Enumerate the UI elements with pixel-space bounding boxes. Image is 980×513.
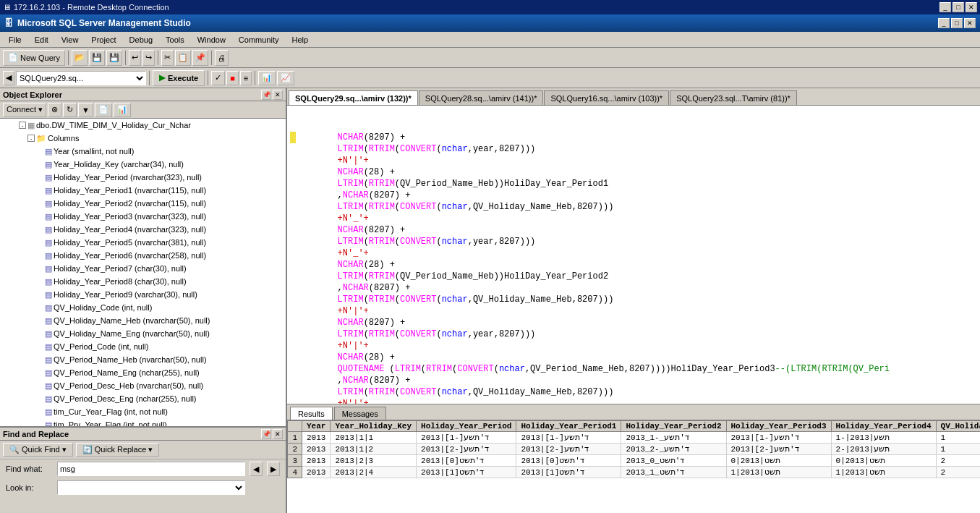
- menu-help[interactable]: Help: [286, 34, 314, 46]
- toolbar-separator-4: [211, 51, 212, 65]
- tree-item[interactable]: ▤Holiday_Year_Period2 (nvarchar(115), nu…: [0, 197, 286, 210]
- column-header: Year: [302, 421, 331, 432]
- new-query-button[interactable]: 📄 New Query: [3, 50, 65, 66]
- maximize-button[interactable]: □: [953, 2, 964, 12]
- code-line: LTRIM(RTRIM(CONVERT(nchar,year,8207))): [290, 328, 980, 340]
- messages-tab[interactable]: Messages: [334, 407, 386, 420]
- copy-button[interactable]: 📋: [175, 50, 191, 66]
- tree-item[interactable]: ▤Holiday_Year_Period4 (nvarchar(323), nu…: [0, 223, 286, 236]
- code-line: NCHAR(28) +: [290, 166, 980, 178]
- tab-2[interactable]: SQLQuery16.sq...\amirv (103))*: [544, 90, 669, 105]
- tree-item[interactable]: ▤Holiday_Year_Period7 (char(30), null): [0, 262, 286, 275]
- quick-find-tab[interactable]: 🔍 Quick Find ▾: [3, 443, 73, 457]
- stop-button[interactable]: ■: [226, 71, 239, 85]
- explorer-close-button[interactable]: ✕: [273, 90, 283, 100]
- redo-button[interactable]: ↪: [142, 50, 155, 66]
- connect-button[interactable]: Connect ▾: [3, 103, 46, 117]
- menu-project[interactable]: Project: [85, 34, 122, 46]
- print-button[interactable]: 🖨: [215, 50, 229, 66]
- menu-edit[interactable]: Edit: [29, 34, 54, 46]
- database-dropdown[interactable]: SQLQuery29.sq...: [16, 71, 146, 85]
- cut-button[interactable]: ✂: [161, 50, 174, 66]
- explorer-toolbar: Connect ▾ ⊗ ↻ ▼ 📄 📊: [0, 101, 286, 119]
- tree-item[interactable]: ▤Holiday_Year_Period8 (char(30), null): [0, 275, 286, 288]
- menu-tools[interactable]: Tools: [160, 34, 190, 46]
- refresh-button[interactable]: ↻: [63, 103, 77, 117]
- tab-1[interactable]: SQLQuery28.sq...\amirv (141))*: [419, 90, 544, 105]
- tree-item[interactable]: -📁Columns: [0, 132, 286, 145]
- explorer-pin-button[interactable]: 📌: [261, 90, 271, 100]
- table-cell: 2013|1|2: [331, 444, 417, 455]
- tree-item[interactable]: ▤QV_Holiday_Name_Heb (nvarchar(50), null…: [0, 314, 286, 327]
- menu-view[interactable]: View: [56, 34, 85, 46]
- menu-debug[interactable]: Debug: [124, 34, 158, 46]
- results-tab[interactable]: Results: [290, 407, 333, 420]
- column-header: Holiday_Year_Period3: [726, 421, 831, 432]
- find-what-input[interactable]: [57, 462, 245, 476]
- results-to-button[interactable]: ≡: [240, 71, 252, 85]
- code-editor[interactable]: NCHAR(8207) + LTRIM(RTRIM(CONVERT(nchar,…: [287, 106, 980, 404]
- tree-item[interactable]: ▤Year (smallint, not null): [0, 145, 286, 158]
- quick-replace-tab[interactable]: 🔄 Quick Replace ▾: [76, 443, 160, 457]
- code-line: NCHAR(8207) +: [290, 224, 980, 236]
- results-grid[interactable]: YearYear_Holiday_KeyHoliday_Year_PeriodH…: [287, 420, 980, 513]
- tree-item[interactable]: ▤tim_Cur_Year_Flag (int, not null): [0, 405, 286, 418]
- find-prev-button[interactable]: ◀: [250, 462, 263, 476]
- code-line: LTRIM(RTRIM(CONVERT(nchar,year,8207))): [290, 143, 980, 155]
- minimize-button[interactable]: _: [939, 2, 951, 12]
- undo-button[interactable]: ↩: [129, 50, 141, 66]
- table-cell: 0|2013|תשט: [726, 455, 831, 467]
- app-minimize-button[interactable]: _: [938, 18, 950, 28]
- find-what-row: Find what: ◀ ▶: [0, 459, 286, 478]
- app-close-button[interactable]: ✕: [964, 18, 976, 28]
- results-panel: Results Messages YearYear_Holiday_KeyHol…: [287, 404, 980, 513]
- code-line: LTRIM(RTRIM(QV_Period_Name_Heb))HoliDay_…: [290, 271, 980, 282]
- save-button[interactable]: 💾: [89, 50, 105, 66]
- app-restore-button[interactable]: □: [951, 18, 963, 28]
- close-button[interactable]: ✕: [966, 2, 977, 12]
- paste-button[interactable]: 📌: [192, 50, 208, 66]
- menu-window[interactable]: Window: [192, 34, 231, 46]
- table-row: 420132013|2|42013|ד'תשט[1]2013|ד'תשט[1]2…: [288, 467, 981, 478]
- tree-item[interactable]: ▤Holiday_Year_Period6 (nvarchar(258), nu…: [0, 249, 286, 262]
- menu-community[interactable]: Community: [233, 34, 285, 46]
- look-in-dropdown[interactable]: [57, 480, 245, 495]
- menu-file[interactable]: File: [3, 34, 27, 46]
- find-replace-close-button[interactable]: ✕: [273, 429, 283, 439]
- new-query-btn2[interactable]: 📄: [95, 103, 112, 117]
- tree-item[interactable]: ▤Year_Holiday_Key (varchar(34), null): [0, 158, 286, 171]
- tree-item[interactable]: ▤QV_Period_Desc_Heb (nvarchar(50), null): [0, 379, 286, 392]
- find-next-button[interactable]: ▶: [267, 462, 280, 476]
- tab-3[interactable]: SQLQuery23.sql...T\amirv (81))*: [670, 90, 797, 105]
- tree-item[interactable]: ▤QV_Holiday_Name_Eng (nvarchar(50), null…: [0, 327, 286, 340]
- disconnect-button[interactable]: ⊗: [48, 103, 61, 117]
- tree-item[interactable]: ▤tim_Prv_Year_Flag (int, not null): [0, 418, 286, 426]
- find-replace-pin-button[interactable]: 📌: [261, 429, 271, 439]
- table-cell: 2013|ד'תשע[-1]: [726, 432, 831, 444]
- tree-item[interactable]: ▤QV_Holiday_Code (int, null): [0, 301, 286, 314]
- db-select-btn[interactable]: ◀: [3, 71, 14, 85]
- tab-0[interactable]: SQLQuery29.sq...\amirv (132))*: [289, 90, 418, 105]
- tree-item[interactable]: ▤Holiday_Year_Period3 (nvarchar(323), nu…: [0, 210, 286, 223]
- save-all-button[interactable]: 💾: [106, 50, 122, 66]
- code-line: +N'|'+: [290, 155, 980, 166]
- client-stats-btn[interactable]: 📈: [277, 71, 294, 85]
- tree-item[interactable]: ▤QV_Period_Desc_Eng (nchar(255), null): [0, 392, 286, 405]
- tree-item[interactable]: ▤Holiday_Year_Period5 (nvarchar(381), nu…: [0, 236, 286, 249]
- tree-item[interactable]: ▤Holiday_Year_Period (nvarchar(323), nul…: [0, 171, 286, 184]
- toolbar-separator: [68, 51, 69, 65]
- tree-item[interactable]: ▤QV_Period_Code (int, null): [0, 340, 286, 353]
- find-what-label: Find what:: [6, 465, 53, 473]
- tree-item[interactable]: ▤Holiday_Year_Period1 (nvarchar(115), nu…: [0, 184, 286, 197]
- include-actual-plan-btn[interactable]: 📊: [258, 71, 276, 85]
- tree-item[interactable]: ▤QV_Period_Name_Eng (nchar(255), null): [0, 366, 286, 379]
- tree-item[interactable]: ▤QV_Period_Name_Heb (nvarchar(50), null): [0, 353, 286, 366]
- parse-button[interactable]: ✓: [211, 71, 225, 85]
- reports-button[interactable]: 📊: [114, 103, 131, 117]
- tree-item[interactable]: ▤Holiday_Year_Period9 (varchar(30), null…: [0, 288, 286, 301]
- filter-button[interactable]: ▼: [78, 103, 93, 117]
- execute-button[interactable]: ▶ Execute: [153, 70, 205, 86]
- table-cell: 2013: [302, 432, 331, 444]
- open-button[interactable]: 📂: [72, 50, 88, 66]
- tree-item[interactable]: -▦dbo.DW_TIME_DIM_V_Holiday_Cur_Nchar: [0, 119, 286, 132]
